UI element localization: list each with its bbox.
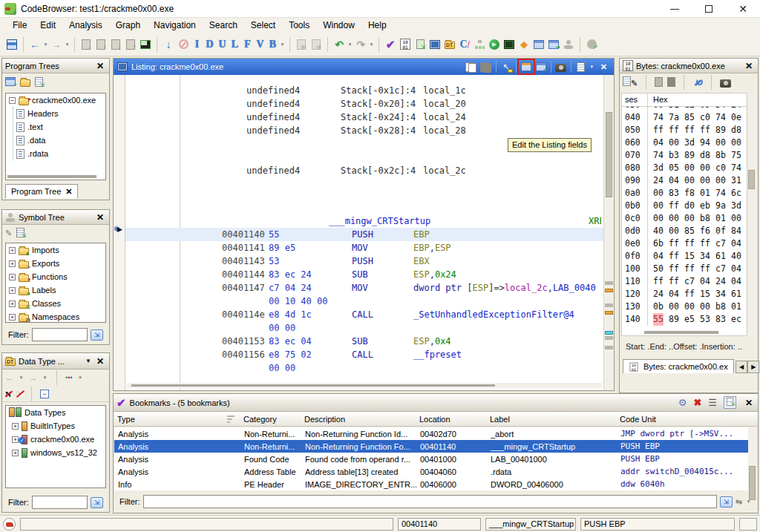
minimize-button[interactable]: — [658, 0, 692, 17]
hex-byte[interactable]: 15 [700, 288, 710, 301]
forward-dropdown-icon[interactable]: ▾ [64, 42, 71, 47]
hex-byte[interactable]: 3d [653, 162, 664, 174]
hex-byte[interactable]: 34 [700, 250, 710, 263]
hex-byte[interactable]: c0 [700, 111, 710, 124]
datatypes-root[interactable]: Data Types [6, 406, 105, 419]
hex-row[interactable]: 040747a85c0740e0 [622, 111, 747, 124]
prev-function-icon[interactable]: ↓ [79, 36, 94, 53]
save-icon[interactable] [4, 36, 19, 53]
undo-dropdown-icon[interactable]: ▾ [347, 42, 353, 47]
menu-select[interactable]: Select [244, 19, 282, 32]
h-scrollbar[interactable] [644, 331, 718, 334]
listing-row[interactable]: undefined4Stack[-0x28]:4local_28 [125, 124, 603, 137]
tree-root-crackme[interactable]: − ▸ crackme0x00.exe [6, 93, 105, 107]
ghidra-status-icon[interactable] [3, 518, 16, 531]
expand-icon[interactable]: + [12, 436, 19, 443]
listing-code[interactable]: undefined4Stack[-0x1c]:4local_1cundefine… [125, 75, 603, 390]
circle-arrow-icon[interactable]: ➚ [584, 36, 599, 53]
data-type-close-icon[interactable]: ✕ [94, 356, 106, 367]
run-script-icon[interactable]: ▶ [487, 36, 502, 53]
bookmark-row[interactable]: AnalysisFound CodeFound code from operan… [114, 453, 748, 465]
undo-icon[interactable]: ↶ [332, 36, 347, 53]
hex-byte[interactable]: 01 [731, 301, 741, 313]
tree-item-Headers[interactable]: Headers [13, 107, 105, 120]
hex-byte[interactable]: 40 [653, 225, 664, 237]
hex-byte[interactable]: ff [700, 237, 710, 250]
hex-byte[interactable]: d0 [684, 200, 695, 212]
hex-byte[interactable]: 01 [715, 212, 726, 225]
hex-byte[interactable]: 00 [653, 212, 664, 225]
datatype-item-builtintypes[interactable]: +BuiltInTypes [6, 419, 105, 433]
hex-byte[interactable]: 00 [700, 174, 710, 187]
hex-byte[interactable]: 8b [715, 149, 726, 162]
hex-row[interactable]: 1405589e55383ec2 [622, 313, 747, 326]
hex-row[interactable]: 10050ffffffc7042 [622, 263, 747, 275]
hex-byte[interactable]: b3 [669, 149, 679, 162]
column-header-type[interactable]: Type [114, 415, 240, 424]
hex-byte[interactable]: 61 [715, 250, 726, 263]
listing-row[interactable]: 0040114ee8 4d 1cCALL_SetUnhandledExcepti… [125, 308, 603, 321]
import-icon[interactable]: ⇲ [16, 228, 24, 239]
hex-byte[interactable]: ff [700, 124, 710, 137]
hex-byte[interactable]: 3d [731, 200, 741, 212]
hex-byte[interactable]: 00 [731, 212, 741, 225]
import-tree-icon[interactable]: ⇲ [35, 77, 43, 88]
filter-options-icon[interactable]: ⇲ [91, 497, 103, 508]
hex-row[interactable]: 050ffffffff89d88 [622, 124, 747, 137]
snapshot-icon[interactable] [720, 79, 731, 88]
tree-item-rdata[interactable]: .rdata [13, 147, 105, 160]
hex-row[interactable]: 06004003d9400000 [622, 137, 747, 149]
hex-byte[interactable]: 00 [684, 162, 695, 174]
bookmark-settings-icon[interactable]: ⚙ [678, 397, 687, 408]
hex-byte[interactable]: b8 [700, 212, 710, 225]
hex-row[interactable]: 090240400000031f [622, 174, 747, 187]
hex-byte[interactable]: eb [700, 200, 710, 212]
copy-icon[interactable] [464, 60, 479, 73]
hex-byte[interactable]: 74 [653, 111, 664, 124]
type-button-b[interactable]: B [266, 37, 279, 52]
paste-icon[interactable] [479, 60, 494, 73]
table-view-icon[interactable] [531, 36, 546, 53]
edit-bytes-icon[interactable]: ✎ [623, 76, 638, 88]
hex-byte[interactable]: 83 [669, 187, 679, 200]
hex-row[interactable]: 0a00083f801746c8 [622, 187, 747, 200]
hex-byte[interactable]: 0f [715, 225, 726, 237]
hex-byte[interactable]: 00 [684, 301, 695, 313]
hex-byte[interactable]: 89 [715, 124, 726, 137]
symbol-filter-input[interactable] [32, 328, 88, 341]
listing-row[interactable]: 0040114055PUSHEBP [125, 228, 603, 241]
expand-icon[interactable]: + [9, 247, 16, 254]
hex-byte[interactable]: 83 [715, 313, 726, 326]
program-trees-close-icon[interactable]: ✕ [94, 61, 106, 71]
bytes-tab[interactable]: 1001 Bytes: crackme0x00.exe [623, 359, 734, 373]
next-function-icon[interactable]: ↑ [94, 36, 108, 53]
menu-graph[interactable]: Graph [109, 19, 147, 32]
hex-byte[interactable]: 31 [731, 174, 741, 187]
listing-close-icon[interactable]: ✕ [597, 62, 610, 72]
next-bookmark-icon[interactable]: ⇉ [309, 36, 324, 53]
hex-row[interactable]: 0e06bffffffc7042 [622, 237, 747, 250]
column-header-location[interactable]: Location [416, 415, 486, 424]
hex-byte[interactable]: f6 [700, 225, 710, 237]
listing-row[interactable]: 00 00 [125, 361, 603, 375]
binary-view-icon[interactable]: 1001 [398, 36, 413, 53]
hex-byte[interactable]: 74 [715, 111, 726, 124]
hex-byte[interactable]: ff [669, 263, 679, 275]
filter-options-icon[interactable]: ⇲ [91, 329, 103, 341]
listing-row[interactable]: 00 00 [125, 321, 603, 335]
bookmarks-vertical-scrollbar[interactable] [748, 427, 757, 490]
hex-byte[interactable]: 00 [669, 301, 679, 313]
hex-byte[interactable]: 24 [653, 174, 664, 187]
hex-byte[interactable]: e5 [684, 313, 695, 326]
panel-menu-icon[interactable]: ▼ [85, 358, 91, 364]
datatype-item-crackme0x00exe[interactable]: +✓crackme0x00.exe [6, 433, 105, 446]
h-scrollbar[interactable] [7, 175, 96, 178]
listing-vertical-scrollbar[interactable] [603, 75, 614, 390]
hex-byte[interactable]: 15 [684, 250, 695, 263]
listing-row[interactable]: undefined4Stack[-0x20]:4local_20 [125, 97, 603, 111]
type-button-d[interactable]: D [203, 37, 216, 52]
hex-byte[interactable]: 01 [700, 187, 710, 200]
display-options-dropdown-icon[interactable]: ▾ [589, 64, 595, 70]
collapse-all-icon[interactable]: − [40, 389, 49, 398]
maximize-button[interactable] [692, 0, 726, 17]
